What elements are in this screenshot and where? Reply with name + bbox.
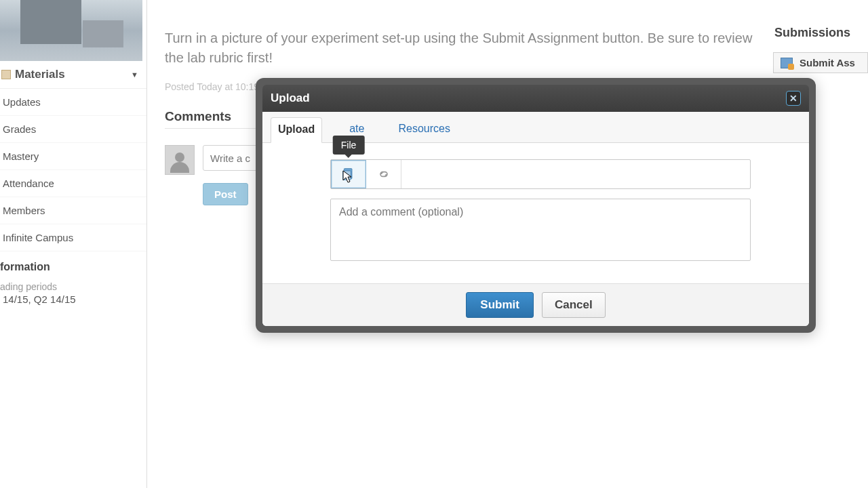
tooltip: File: [333, 136, 365, 155]
file-upload-button[interactable]: File: [331, 160, 366, 188]
link-attach-button[interactable]: [366, 160, 401, 188]
cancel-button[interactable]: Cancel: [542, 292, 606, 318]
modal-footer: Submit Cancel: [262, 283, 809, 326]
materials-icon: [1, 70, 11, 79]
close-icon[interactable]: ✕: [786, 91, 801, 106]
grading-periods-label: ading periods: [0, 277, 146, 293]
sidebar-item-label: Infinite Campus: [3, 232, 73, 243]
sidebar-item-infinite-campus[interactable]: Infinite Campus: [0, 224, 146, 251]
chevron-down-icon[interactable]: ▼: [131, 70, 138, 79]
toolbar-spacer: [401, 160, 750, 188]
right-panel: Submissions Submit Ass: [773, 26, 868, 73]
sidebar-item-grades[interactable]: Grades: [0, 116, 146, 143]
sidebar-item-label: Members: [3, 205, 45, 216]
sidebar-item-label: Mastery: [3, 150, 39, 162]
sidebar-item-members[interactable]: Members: [0, 197, 146, 224]
assignment-description: Turn in a picture of your experiment set…: [165, 28, 755, 68]
sidebar-item-attendance[interactable]: Attendance: [0, 170, 146, 197]
modal-body: Upload ate Resources File: [262, 112, 809, 326]
upload-toolbar: File: [330, 159, 751, 189]
tab-resources[interactable]: Resources: [391, 117, 456, 142]
upload-modal: Upload ✕ Upload ate Resources File: [256, 78, 816, 333]
grading-periods-value: 14/15, Q2 14/15: [0, 293, 146, 305]
modal-header: Upload ✕: [262, 85, 809, 112]
modal-content: File: [262, 143, 809, 283]
file-icon: [342, 167, 355, 181]
course-image: [0, 0, 142, 61]
information-heading: formation: [0, 251, 146, 277]
tab-upload[interactable]: Upload: [271, 117, 322, 143]
sidebar-item-label: Attendance: [3, 178, 54, 189]
upload-comment-input[interactable]: [330, 199, 751, 261]
link-icon: [377, 167, 391, 181]
avatar: [165, 145, 195, 175]
materials-header[interactable]: Materials ▼: [0, 61, 146, 89]
post-button[interactable]: Post: [203, 183, 248, 205]
submit-assignment-label: Submit Ass: [800, 57, 855, 68]
svg-rect-1: [343, 171, 351, 180]
sidebar-item-mastery[interactable]: Mastery: [0, 143, 146, 170]
sidebar-item-label: Grades: [3, 123, 36, 135]
submit-assignment-icon: [781, 58, 793, 68]
submit-button[interactable]: Submit: [466, 292, 534, 318]
sidebar-item-updates[interactable]: Updates: [0, 89, 146, 116]
sidebar-item-label: Updates: [3, 96, 41, 108]
submissions-heading: Submissions: [773, 26, 868, 40]
modal-title: Upload: [271, 92, 310, 105]
submit-assignment-button[interactable]: Submit Ass: [773, 52, 868, 73]
materials-label: Materials: [15, 68, 65, 81]
left-sidebar: Materials ▼ Updates Grades Mastery Atten…: [0, 0, 147, 488]
